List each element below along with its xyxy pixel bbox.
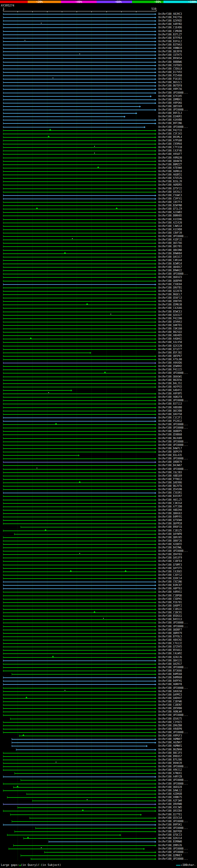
- hit-bar[interactable]: [3, 575, 155, 576]
- hit-bar[interactable]: [3, 681, 155, 681]
- hit-bar[interactable]: [14, 831, 155, 832]
- hit-label[interactable]: UniRef100_Q71LI9: [158, 207, 182, 211]
- hit-label[interactable]: UniRef100_A8JHC3: [158, 12, 182, 16]
- hit-label[interactable]: UniRef100_B6SIL5: [158, 81, 182, 84]
- hit-bar[interactable]: [3, 27, 155, 28]
- hit-bar[interactable]: [3, 595, 155, 596]
- hit-label[interactable]: UniRef100_UPI0000...: [158, 827, 188, 830]
- hit-label[interactable]: UniRef100_Q06G63: [158, 512, 182, 515]
- hit-label[interactable]: UniRef100_B91ML4: [158, 135, 182, 139]
- hit-bar[interactable]: [3, 377, 155, 377]
- hit-label[interactable]: UniRef100_P16181: [158, 77, 182, 81]
- hit-label[interactable]: UniRef100_B9AK39: [158, 762, 182, 765]
- hit-bar[interactable]: [14, 773, 155, 774]
- hit-bar[interactable]: [3, 93, 155, 93]
- hit-label[interactable]: UniRef100_Q3OC14: [158, 577, 182, 580]
- hit-label[interactable]: UniRef100_Q4WL12: [158, 789, 182, 792]
- hit-bar[interactable]: [3, 633, 155, 634]
- hit-bar[interactable]: [3, 226, 155, 227]
- hit-label[interactable]: UniRef100_Q04131: [158, 659, 182, 662]
- hit-label[interactable]: UniRef100_UPI0000...: [158, 443, 188, 447]
- hit-bar[interactable]: [3, 103, 155, 103]
- hit-label[interactable]: UniRef100_A4RVG1: [158, 590, 182, 594]
- hit-bar[interactable]: [3, 216, 155, 216]
- hit-label[interactable]: UniRef100_Q5W9H2: [158, 365, 182, 368]
- hit-bar[interactable]: [3, 315, 155, 316]
- hit-label[interactable]: UniRef100_Q04DG7: [158, 266, 182, 269]
- hit-label[interactable]: UniRef100_B4MY91: [158, 515, 182, 519]
- hit-bar[interactable]: [3, 489, 155, 490]
- hit-bar[interactable]: [21, 856, 155, 856]
- hit-bar[interactable]: [3, 359, 155, 360]
- hit-label[interactable]: UniRef100_UPI0000...: [158, 423, 188, 426]
- hit-label[interactable]: UniRef100_Q95RB0: [158, 707, 182, 710]
- hit-bar[interactable]: [3, 434, 155, 435]
- hit-label[interactable]: UniRef100_P42733: [158, 129, 182, 132]
- hit-label[interactable]: UniRef100_B7FDL5: [158, 635, 182, 638]
- hit-label[interactable]: UniRef100_UPI0000...: [158, 731, 188, 734]
- hit-label[interactable]: UniRef100_P42280: [158, 317, 182, 320]
- hit-label[interactable]: UniRef100_Q09J85: [158, 536, 182, 539]
- hit-label[interactable]: UniRef100_Q4UGS0: [158, 690, 182, 693]
- hit-bar[interactable]: [3, 96, 151, 97]
- hit-label[interactable]: UniRef100_C5FJ43: [158, 132, 182, 135]
- hit-bar[interactable]: [3, 650, 155, 651]
- hit-label[interactable]: UniRef100_Q6FPQ9: [158, 830, 182, 833]
- hit-bar[interactable]: [3, 318, 155, 319]
- hit-label[interactable]: UniRef100_C1C2F1: [158, 416, 182, 420]
- hit-bar[interactable]: [3, 671, 155, 671]
- hit-bar[interactable]: [3, 195, 155, 196]
- hit-label[interactable]: UniRef100_A6MWV7: [158, 738, 182, 741]
- hit-bar[interactable]: [3, 274, 155, 274]
- hit-label[interactable]: UniRef100_P52812: [158, 420, 182, 423]
- hit-label[interactable]: UniRef100_C4JG66: [158, 306, 182, 310]
- hit-label[interactable]: UniRef100_B3THA3: [158, 43, 182, 46]
- hit-bar[interactable]: [3, 99, 155, 100]
- hit-label[interactable]: UniRef100_Q6PGY9: [158, 450, 182, 454]
- hit-label[interactable]: UniRef100_B5S6G1: [158, 648, 182, 652]
- hit-bar[interactable]: [31, 859, 155, 859]
- hit-bar[interactable]: [3, 110, 155, 110]
- hit-bar[interactable]: [3, 588, 155, 589]
- hit-bar[interactable]: [3, 325, 155, 326]
- hit-bar[interactable]: [3, 414, 155, 415]
- hit-bar[interactable]: [3, 284, 155, 285]
- hit-label[interactable]: UniRef100_B4S513: [158, 618, 182, 621]
- hit-bar[interactable]: [3, 431, 155, 432]
- hit-bar[interactable]: [3, 352, 90, 353]
- hit-label[interactable]: UniRef100_C6L5B3: [158, 471, 182, 474]
- hit-label[interactable]: UniRef100_Q54S90: [158, 488, 182, 491]
- hit-label[interactable]: UniRef100_B4PFH1: [158, 679, 182, 683]
- hit-bar[interactable]: [3, 613, 155, 613]
- hit-bar[interactable]: [3, 294, 155, 295]
- hit-bar[interactable]: [3, 438, 155, 439]
- hit-bar[interactable]: [3, 281, 155, 281]
- hit-bar[interactable]: [3, 137, 155, 137]
- hit-bar[interactable]: [3, 537, 155, 538]
- hit-bar[interactable]: [3, 825, 155, 825]
- hit-label[interactable]: UniRef100_A9BK75: [158, 796, 182, 799]
- hit-bar[interactable]: [13, 787, 155, 787]
- hit-bar[interactable]: [3, 428, 155, 428]
- hit-bar[interactable]: [3, 715, 155, 716]
- hit-label[interactable]: UniRef100_B8NV05: [158, 214, 182, 217]
- hit-bar[interactable]: [48, 841, 155, 842]
- hit-label[interactable]: UniRef100_B6ZNA8: [158, 748, 182, 751]
- hit-label[interactable]: UniRef100_C3Y0I5: [158, 720, 182, 724]
- hit-bar[interactable]: [3, 41, 155, 42]
- hit-label[interactable]: UniRef100_C6K160: [158, 327, 182, 331]
- hit-label[interactable]: UniRef100_Q75F22: [158, 187, 182, 190]
- hit-label[interactable]: UniRef100_UPI0000...: [158, 549, 188, 553]
- hit-bar[interactable]: [3, 394, 155, 394]
- hit-bar[interactable]: [3, 123, 155, 124]
- hit-label[interactable]: UniRef100_Q6DBF7: [158, 628, 182, 631]
- hit-label[interactable]: UniRef100_Q84W78: [158, 159, 182, 163]
- hit-bar[interactable]: [3, 790, 155, 791]
- hit-label[interactable]: UniRef100_Q98TH5: [158, 300, 182, 303]
- hit-label[interactable]: UniRef100_Q2U327: [158, 313, 182, 317]
- hit-bar[interactable]: [3, 623, 155, 623]
- hit-bar[interactable]: [3, 332, 155, 333]
- hit-label[interactable]: UniRef100_A2IWB3: [158, 211, 182, 214]
- hit-label[interactable]: UniRef100_A9RQ30: [158, 156, 182, 159]
- hit-label[interactable]: UniRef100_C3OY12: [158, 573, 182, 577]
